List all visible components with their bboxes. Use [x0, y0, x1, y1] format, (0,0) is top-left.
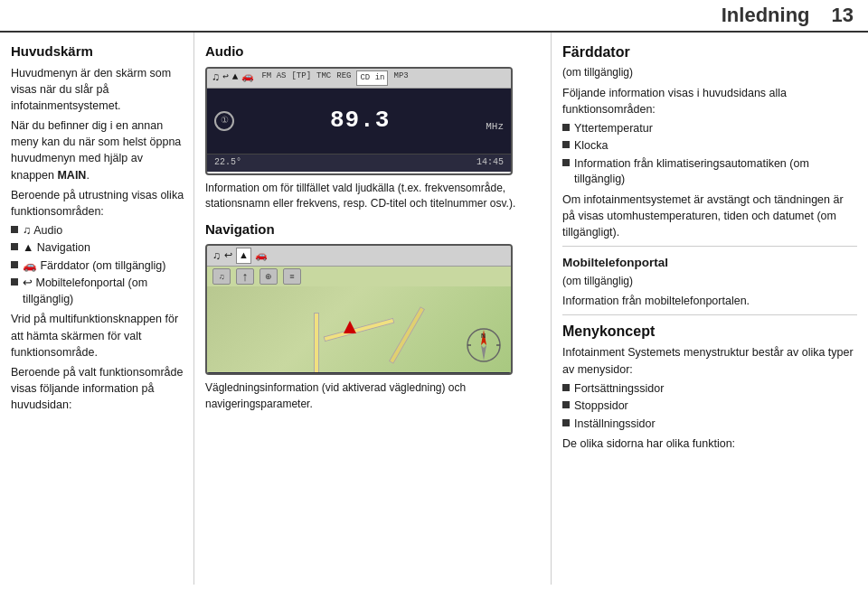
- bullet-icon: [562, 141, 570, 148]
- temp-display: 22.5°: [214, 156, 241, 170]
- bullet-icon: [562, 384, 570, 391]
- bullet-icon: [11, 226, 18, 233]
- mobiltelefon-text: Information från mobiltelefonportalen.: [562, 293, 857, 309]
- car-icon: 🚗: [241, 70, 254, 85]
- triangle-icon-active: ▲: [236, 248, 251, 264]
- nav-icon-arrow[interactable]: ↑: [236, 268, 254, 285]
- list-item: Klocka: [562, 138, 857, 155]
- nav-icon-list[interactable]: ≡: [283, 268, 301, 285]
- item-nav: ▲ Navigation: [23, 240, 90, 257]
- svg-text:N: N: [481, 332, 486, 339]
- road-vertical: [314, 313, 319, 373]
- list-item: Information från klimatiseringsautomatik…: [562, 156, 857, 188]
- list-item: 🚗 Färddator (om tillgänglig): [11, 258, 184, 275]
- nav-cursor: [344, 321, 356, 333]
- road-diagonal: [389, 306, 425, 364]
- main-content: Huvudskärm Huvudmenyn är den skärm som v…: [0, 33, 868, 585]
- para5: Beroende på valt funktionsområde visas f…: [11, 364, 184, 413]
- compass-rose: N: [466, 327, 502, 368]
- item-fortsatt: Fortsättningssidor: [574, 381, 664, 398]
- list-item: Fortsättningssidor: [562, 381, 857, 398]
- middle-column: Audio ♫ ↩ ▲ 🚗 FM AS [TP] TMC REG CD in M…: [194, 33, 552, 585]
- audio-top-bar: ♫ ↩ ▲ 🚗 FM AS [TP] TMC REG CD in MP3: [207, 69, 511, 89]
- mobiltelefon-sub: (om tillgänglig): [562, 274, 857, 289]
- list-item: Yttertemperatur: [562, 121, 857, 137]
- note-icon: ♫: [212, 70, 219, 86]
- arrow-icon: ↩: [224, 248, 232, 263]
- bullet-icon: [562, 419, 570, 426]
- list-item: ♫ Audio: [11, 223, 184, 239]
- para1: Huvudmenyn är den skärm som visas när du…: [11, 65, 184, 114]
- bullet-icon: [562, 159, 570, 166]
- note-icon: ♫: [212, 248, 221, 264]
- triangle-icon: ▲: [232, 70, 239, 85]
- nav-heading: Navigation: [205, 220, 540, 239]
- bullet-icon: [562, 124, 570, 131]
- mhz-label: MHz: [486, 120, 504, 135]
- freq-labels: FM AS [TP] TMC REG CD in MP3: [261, 70, 408, 86]
- item-farddator: 🚗 Färddator (om tillgänglig): [23, 258, 165, 275]
- bullet-icon: [11, 261, 18, 268]
- para2: När du befinner dig i en annan meny kan …: [11, 117, 184, 183]
- list-item: ↩ Mobiltelefonportal (om tillgänglig): [11, 276, 184, 307]
- audio-screen-mockup: ♫ ↩ ▲ 🚗 FM AS [TP] TMC REG CD in MP3 ① 8…: [205, 67, 513, 175]
- menykoncept-heading: Menykoncept: [562, 321, 857, 342]
- functions-list: ♫ Audio ▲ Navigation 🚗 Färddator (om til…: [11, 223, 184, 308]
- farddator-sub: (om tillgänglig): [562, 65, 857, 80]
- nav-icon-zoom[interactable]: ⊕: [259, 268, 278, 285]
- car-icon: 🚗: [255, 248, 268, 263]
- bullet-icon: [11, 278, 18, 286]
- farddator-intro: Följande information visas i huvudsidans…: [562, 85, 857, 117]
- item-stopp: Stoppsidor: [574, 398, 628, 415]
- bullet-icon: [562, 401, 570, 408]
- bullet-icon: [11, 243, 18, 250]
- farddator-section: Färddator (om tillgänglig) Följande info…: [562, 42, 857, 240]
- menykoncept-footer: De olika sidorna har olika funktion:: [562, 435, 857, 452]
- nav-top-bar: ♫ ↩ ▲ 🚗: [207, 246, 511, 267]
- farddator-list: Yttertemperatur Klocka Information från …: [562, 121, 857, 188]
- mobiltelefon-section: Mobiltelefonportal (om tillgänglig) Info…: [562, 254, 857, 309]
- nav-icon-row: ♫ ↑ ⊕ ≡: [207, 267, 511, 286]
- audio-main-display: ① 89.3 MHz: [207, 89, 511, 154]
- arrow-icon: ↩: [222, 70, 229, 85]
- svg-marker-2: [481, 345, 486, 361]
- menykoncept-list: Fortsättningssidor Stoppsidor Inställnin…: [562, 381, 857, 433]
- time-display: 14:45: [476, 156, 504, 170]
- nav-icon-notes[interactable]: ♫: [212, 268, 231, 285]
- divider: [562, 246, 857, 247]
- list-item: Stoppsidor: [562, 398, 857, 415]
- chapter-title: Inledning: [722, 4, 810, 27]
- item-audio: ♫ Audio: [23, 223, 62, 239]
- page-number: 13: [832, 4, 854, 27]
- nav-screen-mockup: ♫ ↩ ▲ 🚗 ♫ ↑ ⊕ ≡: [205, 244, 513, 375]
- hauptscreen-heading: Huvudskärm: [11, 42, 184, 61]
- list-item: Inställningssidor: [562, 417, 857, 433]
- list-item: ▲ Navigation: [11, 240, 184, 257]
- audio-bottom-bar: 22.5° 14:45: [207, 154, 511, 172]
- menykoncept-section: Menykoncept Infotainment Systemets menys…: [562, 321, 857, 452]
- play-button[interactable]: ①: [214, 111, 234, 131]
- right-column: Färddator (om tillgänglig) Följande info…: [552, 33, 868, 585]
- left-column: Huvudskärm Huvudmenyn är den skärm som v…: [0, 33, 194, 585]
- audio-caption: Information om för tillfället vald ljudk…: [205, 181, 540, 212]
- road-horizontal: [324, 317, 395, 342]
- item-mobile: ↩ Mobiltelefonportal (om tillgänglig): [23, 276, 184, 307]
- item-installning: Inställningssidor: [574, 417, 656, 433]
- divider: [562, 314, 857, 315]
- nav-caption: Vägledningsinformation (vid aktiverad vä…: [205, 380, 540, 412]
- item-yttertemp: Yttertemperatur: [574, 121, 653, 137]
- item-klocka: Klocka: [574, 138, 609, 155]
- nav-bottom-bar: 12.5° 12:35: [207, 372, 511, 375]
- nav-map-area: N: [207, 286, 511, 372]
- mobiltelefon-heading: Mobiltelefonportal: [562, 254, 857, 272]
- play-row: ① 89.3 MHz: [214, 104, 504, 138]
- para3: Beroende på utrustning visas olika funkt…: [11, 187, 184, 220]
- page-header: Inledning 13: [0, 0, 868, 33]
- farddator-heading: Färddator: [562, 42, 857, 62]
- item-klimat: Information från klimatiseringsautomatik…: [574, 156, 857, 188]
- para4: Vrid på multifunktionsknappen för att hä…: [11, 311, 184, 360]
- audio-heading: Audio: [205, 42, 540, 61]
- frequency-display: 89.3: [241, 104, 478, 138]
- nav-temp: 12.5°: [214, 374, 235, 375]
- farddator-extra: Om infotainmentsystemet är avstängt och …: [562, 192, 857, 240]
